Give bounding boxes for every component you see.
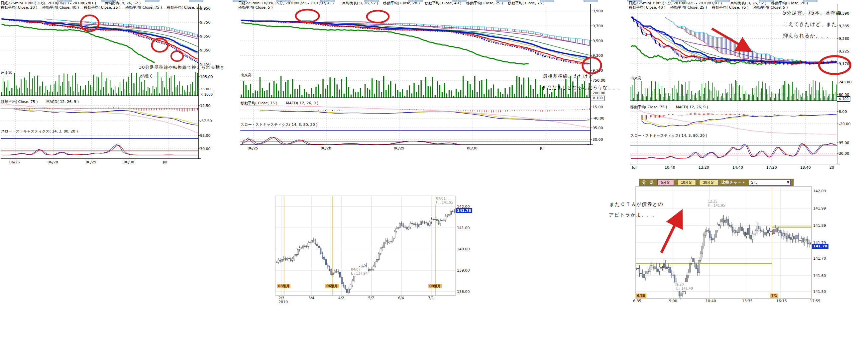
svg-text:35.00: 35.00: [200, 87, 211, 91]
macd-label: MACD( 12, 26, 9 ): [286, 101, 319, 105]
svg-text:-20.00: -20.00: [839, 122, 850, 126]
note-30min-line2: が続く: [140, 73, 154, 79]
volume-multiplier-box: × 100: [837, 96, 850, 102]
svg-text:17:20: 17:20: [766, 165, 777, 170]
svg-text:30.00: 30.00: [200, 147, 211, 151]
high-tooltip: 07/01 H : 141.95: [435, 196, 454, 205]
svg-text:9,350: 9,350: [200, 48, 211, 53]
svg-text:9,100: 9,100: [592, 68, 603, 73]
macd-panel-labels: 移動平均( Close, 75 )MACD( 12, 26, 9 ): [241, 101, 327, 106]
svg-text:141.60: 141.60: [813, 274, 826, 278]
expiry-marker-09: 09限月: [428, 284, 442, 288]
svg-text:30.00: 30.00: [592, 137, 603, 142]
svg-text:06/29: 06/29: [86, 160, 96, 164]
svg-text:245.00: 245.00: [839, 80, 852, 84]
svg-text:9,700: 9,700: [592, 24, 603, 28]
screenshot-canvas: 9,9509,7509,5509,3509,150105.0035.0012.5…: [0, 0, 868, 346]
svg-text:7/1: 7/1: [428, 296, 434, 300]
note-bond-line1: またＣＴＡが債券との: [610, 201, 663, 208]
session-label-630: 6/30: [636, 293, 646, 298]
svg-text:750.00: 750.00: [592, 78, 606, 83]
stoch-panel-label: スロー・ストキャスティクス( 14, 3, 80, 20 ): [241, 122, 317, 127]
svg-text:10:40: 10:40: [706, 299, 716, 303]
chart-bond-daily-plot[interactable]: 142.00141.00140.00139.00138.002/33/44/25…: [275, 194, 471, 310]
svg-text:9,500: 9,500: [592, 39, 603, 43]
svg-text:06/28: 06/28: [321, 146, 331, 150]
svg-text:06/25: 06/25: [248, 146, 258, 150]
macd-panel-labels: 移動平均( Close, 75 )MACD( 12, 26, 9 ): [1, 99, 87, 104]
high-tooltip-value: H : 141.95: [708, 204, 725, 208]
macd-ma-label: 移動平均( Close, 75 ): [630, 105, 667, 109]
svg-text:139.00: 139.00: [457, 268, 470, 273]
svg-text:3/4: 3/4: [308, 296, 314, 300]
svg-text:9,280: 9,280: [839, 37, 849, 41]
svg-text:9,170: 9,170: [839, 62, 849, 66]
chart-header-line2: 移動平均( Close, 20 ) 移動平均( Close, 40 ) 移動平均…: [1, 5, 215, 10]
note-5min-line3: 抑えられるか、、、: [783, 33, 832, 39]
note-15min-line2: まだだましとなるんだろうな、、、: [542, 85, 623, 91]
svg-text:13:20: 13:20: [699, 165, 709, 170]
volume-multiplier-box: × 1000: [199, 92, 214, 97]
svg-text:06/30: 06/30: [467, 146, 477, 150]
macd-panel-labels: 移動平均( Close, 75 )MACD( 12, 26, 9 ): [630, 105, 717, 110]
high-tooltip-time: 12:35: [708, 200, 725, 204]
svg-text:18:40: 18:40: [800, 165, 811, 170]
svg-text:06/25: 06/25: [9, 160, 20, 164]
chart-bond-intraday: 分 足 5分足 10分足 30分足 比較チャート なし ▼ 142.09141.…: [608, 179, 841, 313]
svg-text:140.00: 140.00: [457, 247, 470, 251]
chart-bond-intraday-plot[interactable]: 142.09141.99141.89141.79141.70141.60141.…: [608, 179, 841, 313]
chart-header-line2: 移動平均( Close, 40 ) 移動平均( Close, 25 ) 移動平均…: [629, 5, 861, 10]
macd-ma-label: 移動平均( Close, 75 ): [241, 101, 277, 105]
svg-text:Jul: Jul: [162, 160, 167, 164]
stoch-panel-label: スロー・ストキャスティクス( 14, 3, 80, 20 ): [1, 129, 78, 134]
macd-label: MACD( 12, 26, 9 ): [676, 105, 709, 109]
svg-text:95.00: 95.00: [839, 141, 849, 145]
volume-panel-label: 出来高: [1, 70, 12, 75]
chart-header-line2: 移動平均( Close, 5 ): [238, 5, 607, 10]
high-tooltip: 12:35 H : 141.95: [707, 199, 726, 208]
note-5min-line2: こえてきたけど、また: [783, 21, 837, 28]
note-bond-line2: アビトラかよ、、、: [609, 212, 657, 218]
svg-text:142.09: 142.09: [813, 189, 826, 193]
high-tooltip-value: H : 141.95: [436, 201, 453, 205]
volume-multiplier-box: × 100: [591, 96, 604, 101]
low-tooltip: 9:20 L : 141.49: [676, 282, 693, 291]
svg-text:4/2: 4/2: [338, 296, 344, 300]
svg-text:06/29: 06/29: [394, 146, 404, 150]
svg-text:6/4: 6/4: [398, 296, 404, 300]
svg-text:141.00: 141.00: [457, 226, 470, 230]
svg-text:141.50: 141.50: [813, 289, 826, 294]
svg-text:9,300: 9,300: [592, 54, 603, 58]
svg-text:Jul: Jul: [632, 165, 637, 170]
svg-text:30.00: 30.00: [839, 151, 849, 156]
svg-text:2010: 2010: [278, 300, 288, 304]
svg-text:105.00: 105.00: [200, 75, 213, 79]
svg-text:95.00: 95.00: [592, 126, 603, 130]
svg-text:16:15: 16:15: [776, 299, 787, 303]
svg-text:9:00: 9:00: [669, 299, 677, 303]
last-price-badge: 141.78: [812, 244, 829, 249]
low-tooltip-time: 9:20: [676, 283, 693, 286]
svg-text:138.00: 138.00: [457, 289, 470, 294]
chart-nikkei-30min-plot[interactable]: 9,9509,7509,5509,3509,150105.0035.0012.5…: [0, 0, 217, 171]
svg-text:6:35: 6:35: [633, 299, 641, 303]
svg-text:Jul: Jul: [540, 146, 544, 150]
note-15min-line1: 最後基準線こえたけど: [543, 73, 593, 79]
svg-text:200.00: 200.00: [592, 91, 606, 95]
svg-text:9,335: 9,335: [839, 24, 849, 28]
svg-text:5/7: 5/7: [368, 296, 374, 300]
stoch-panel-label: スロー・ストキャスティクス( 14, 3, 80, 20 ): [630, 133, 707, 138]
svg-text:9,750: 9,750: [200, 20, 211, 25]
svg-text:10:40: 10:40: [664, 165, 675, 170]
svg-text:12.50: 12.50: [200, 104, 211, 108]
volume-panel-label: 出来高: [241, 73, 252, 78]
chart-nikkei-30min: 9,9509,7509,5509,3509,150105.0035.0012.5…: [0, 0, 217, 171]
svg-text:95.00: 95.00: [200, 134, 211, 138]
svg-text:9,225: 9,225: [839, 49, 849, 54]
last-price-badge: 141.78: [456, 208, 472, 213]
svg-text:14:40: 14:40: [733, 165, 743, 170]
svg-text:141.99: 141.99: [813, 206, 826, 210]
svg-text:15.00: 15.00: [592, 105, 603, 109]
low-tooltip-value: L : 141.49: [676, 286, 693, 290]
svg-text:-40.00: -40.00: [592, 116, 604, 120]
